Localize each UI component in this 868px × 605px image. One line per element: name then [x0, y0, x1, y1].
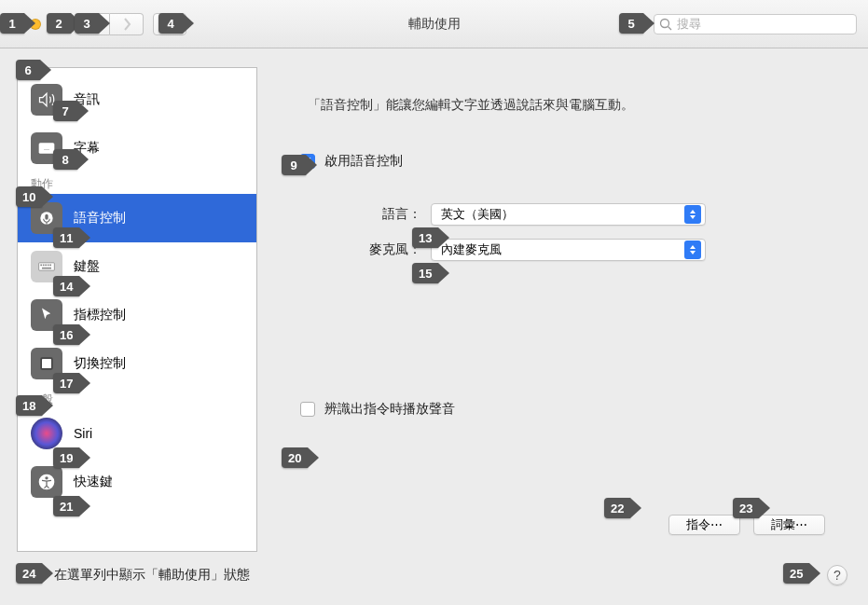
sidebar-item-label: 快速鍵: [74, 474, 113, 490]
svg-text:⋯: ⋯: [44, 146, 49, 152]
svg-rect-14: [45, 214, 48, 220]
svg-point-25: [45, 476, 48, 479]
svg-rect-8: [172, 28, 174, 30]
search-input[interactable]: [654, 14, 857, 34]
chevron-left-icon: [89, 18, 98, 31]
chevron-right-icon: [122, 18, 131, 31]
content-area: 音訊 ⋯ 字幕 動作 語音控制 鍵盤 指標控制 切換控制 一般 Siri: [0, 48, 868, 552]
sidebar: 音訊 ⋯ 字幕 動作 語音控制 鍵盤 指標控制 切換控制 一般 Siri: [17, 67, 257, 552]
search-field-wrap: [654, 14, 857, 34]
sidebar-item-voice-control[interactable]: 語音控制: [18, 194, 256, 242]
svg-rect-5: [172, 23, 174, 26]
dropdown-arrows-icon: [684, 241, 701, 259]
svg-rect-4: [167, 23, 170, 26]
zoom-window-button[interactable]: [48, 19, 60, 30]
enable-voice-control-label: 啟用語音控制: [324, 153, 403, 170]
button-row: 指令⋯ 詞彙⋯: [668, 515, 825, 535]
language-value: 英文（美國）: [441, 206, 684, 223]
svg-rect-7: [167, 28, 170, 30]
language-row: 語言： 英文（美國）: [300, 203, 825, 226]
svg-point-9: [661, 19, 669, 27]
switch-icon: [31, 348, 62, 379]
svg-rect-15: [39, 263, 55, 270]
window-controls: [11, 19, 60, 30]
svg-rect-1: [167, 19, 170, 21]
titlebar: 輔助使用: [0, 0, 868, 48]
svg-rect-20: [49, 265, 51, 267]
microphone-label: 麥克風：: [300, 241, 431, 258]
svg-rect-6: [162, 28, 165, 30]
sidebar-item-keyboard[interactable]: 鍵盤: [18, 242, 256, 291]
sidebar-item-label: Siri: [74, 426, 92, 441]
svg-line-10: [668, 26, 672, 30]
svg-rect-2: [172, 19, 174, 21]
minimize-window-button[interactable]: [30, 19, 41, 30]
sidebar-item-captions[interactable]: ⋯ 字幕: [18, 124, 256, 172]
show-all-button[interactable]: [153, 13, 186, 35]
sidebar-item-label: 指標控制: [74, 307, 126, 323]
captions-icon: ⋯: [31, 132, 62, 164]
play-sound-row: 辨識出指令時播放聲音: [300, 401, 825, 418]
svg-rect-21: [42, 268, 51, 269]
nav-buttons: [76, 13, 144, 35]
sidebar-item-label: 語音控制: [74, 210, 126, 227]
window-title: 輔助使用: [408, 16, 461, 33]
sidebar-item-switch-control[interactable]: 切換控制: [18, 339, 256, 388]
vocabulary-button[interactable]: 詞彙⋯: [753, 515, 825, 535]
siri-icon: [31, 418, 62, 449]
sidebar-section-general: 一般: [18, 388, 256, 409]
main-panel: 「語音控制」能讓您編輯文字並透過說話來與電腦互動。 啟用語音控制 語言： 英文（…: [274, 67, 851, 552]
microphone-row: 麥克風： 內建麥克風: [300, 239, 825, 261]
svg-rect-3: [162, 23, 165, 26]
show-in-menubar-label: 在選單列中顯示「輔助使用」狀態: [54, 567, 250, 584]
svg-rect-0: [162, 19, 165, 21]
footer: 在選單列中顯示「輔助使用」狀態 ?: [0, 552, 868, 598]
svg-rect-19: [48, 265, 49, 267]
svg-rect-16: [40, 265, 42, 267]
close-window-button[interactable]: [11, 19, 22, 30]
enable-voice-control-checkbox[interactable]: [300, 154, 315, 169]
pointer-icon: [31, 299, 62, 331]
sidebar-item-shortcut[interactable]: 快速鍵: [18, 458, 256, 506]
keyboard-icon: [31, 251, 62, 282]
sidebar-item-label: 字幕: [74, 140, 100, 157]
dropdown-arrows-icon: [684, 205, 701, 224]
play-sound-checkbox[interactable]: [300, 402, 315, 417]
help-button[interactable]: ?: [827, 565, 847, 585]
back-button[interactable]: [76, 13, 110, 35]
forward-button[interactable]: [110, 13, 144, 35]
intro-text: 「語音控制」能讓您編輯文字並透過說話來與電腦互動。: [300, 97, 825, 114]
sidebar-item-label: 切換控制: [74, 355, 126, 372]
commands-button[interactable]: 指令⋯: [668, 515, 740, 535]
sidebar-section-motor: 動作: [18, 172, 256, 194]
language-dropdown[interactable]: 英文（美國）: [431, 203, 706, 226]
svg-rect-17: [43, 265, 45, 267]
sidebar-item-label: 鍵盤: [74, 258, 100, 275]
language-label: 語言：: [300, 206, 431, 223]
grid-icon: [162, 19, 177, 30]
svg-rect-18: [45, 265, 47, 267]
microphone-value: 內建麥克風: [441, 241, 684, 258]
accessibility-icon: [31, 466, 62, 498]
sidebar-item-pointer-control[interactable]: 指標控制: [18, 291, 256, 339]
sidebar-item-label: 音訊: [74, 91, 100, 108]
sidebar-item-siri[interactable]: Siri: [18, 409, 256, 458]
play-sound-label: 辨識出指令時播放聲音: [324, 401, 455, 418]
show-in-menubar-checkbox[interactable]: [21, 568, 35, 583]
sidebar-item-audio[interactable]: 音訊: [18, 76, 256, 124]
speaker-icon: [31, 84, 62, 116]
svg-rect-23: [42, 359, 51, 368]
voice-control-icon: [31, 202, 62, 234]
microphone-dropdown[interactable]: 內建麥克風: [431, 239, 706, 261]
enable-voice-control-row: 啟用語音控制: [300, 153, 825, 170]
search-icon: [659, 18, 672, 31]
